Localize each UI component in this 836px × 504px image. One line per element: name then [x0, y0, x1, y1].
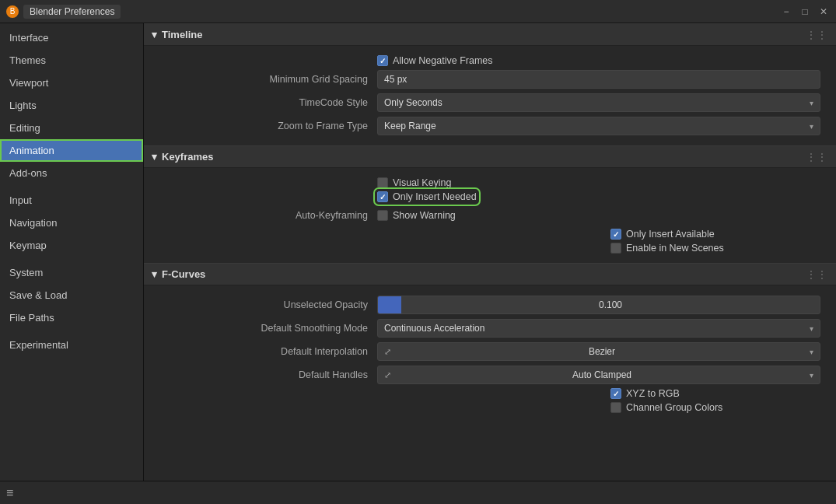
xyz-to-rgb-label: XYZ to RGB — [626, 388, 680, 399]
window-title: Blender Preferences — [23, 5, 121, 19]
timeline-section-title-group: ▾ Timeline — [152, 29, 203, 40]
unselected-opacity-row: Unselected Opacity 0.100 — [159, 295, 820, 315]
sidebar-item-system[interactable]: System — [0, 261, 143, 284]
sidebar-item-editing[interactable]: Editing — [0, 117, 143, 139]
default-handles-dropdown[interactable]: ⤢ Auto Clamped ▾ — [377, 366, 820, 384]
handles-icon: ⤢ — [384, 370, 391, 380]
show-warning-wrapper[interactable]: Show Warning — [377, 210, 820, 221]
sidebar-item-viewport[interactable]: Viewport — [0, 72, 143, 94]
sidebar-item-navigation[interactable]: Navigation — [0, 212, 143, 234]
sidebar-item-experimental[interactable]: Experimental — [0, 334, 143, 356]
timecode-style-value: Only Seconds — [384, 97, 442, 108]
minimum-grid-spacing-label: Minimum Grid Spacing — [159, 74, 377, 85]
fcurves-section-title-group: ▾ F-Curves — [152, 268, 205, 280]
default-smoothing-mode-dropdown[interactable]: Continuous Acceleration ▾ — [377, 319, 820, 338]
visual-keying-row: Visual Keying — [159, 177, 820, 188]
fcurves-section-dots: ⋮⋮ — [806, 269, 828, 280]
timeline-section-content: Allow Negative Frames Minimum Grid Spaci… — [144, 46, 836, 145]
default-smoothing-mode-control: Continuous Acceleration ▾ — [377, 319, 820, 338]
channel-group-colors-row: Channel Group Colors — [159, 402, 820, 413]
fcurves-section-content: Unselected Opacity 0.100 Default Smoothi… — [144, 285, 836, 422]
sidebar-item-lights[interactable]: Lights — [0, 94, 143, 117]
enable-in-new-scenes-row: Enable in New Scenes — [159, 243, 820, 254]
close-button[interactable]: ✕ — [817, 5, 830, 18]
fcurves-section-header[interactable]: ▾ F-Curves ⋮⋮ — [144, 263, 836, 285]
show-warning-label: Show Warning — [393, 210, 456, 221]
xyz-to-rgb-wrapper[interactable]: XYZ to RGB — [610, 388, 680, 399]
timeline-section: ▾ Timeline ⋮⋮ Allow Negative Frames Mini… — [144, 23, 836, 145]
sidebar-item-interface[interactable]: Interface — [0, 26, 143, 49]
default-smoothing-mode-label: Default Smoothing Mode — [159, 323, 377, 334]
keyframes-section-title: Keyframes — [162, 151, 214, 163]
sidebar-item-file-paths[interactable]: File Paths — [0, 306, 143, 329]
visual-keying-label: Visual Keying — [393, 177, 452, 188]
zoom-to-frame-type-dropdown[interactable]: Keep Range ▾ — [377, 117, 820, 135]
allow-negative-frames-row: Allow Negative Frames — [159, 55, 820, 66]
xyz-to-rgb-row: XYZ to RGB — [159, 388, 820, 399]
only-insert-available-checkbox[interactable] — [610, 229, 621, 240]
hamburger-menu-icon[interactable]: ≡ — [6, 486, 13, 500]
minimize-button[interactable]: − — [780, 5, 792, 18]
keyframes-collapse-arrow: ▾ — [152, 151, 157, 163]
only-insert-needed-checkbox[interactable] — [377, 191, 388, 202]
only-insert-available-label: Only Insert Available — [626, 229, 715, 240]
allow-negative-frames-checkbox[interactable] — [377, 55, 388, 66]
default-handles-control: ⤢ Auto Clamped ▾ — [377, 366, 820, 384]
maximize-button[interactable]: □ — [799, 5, 811, 18]
sidebar-item-save-load[interactable]: Save & Load — [0, 284, 143, 306]
zoom-to-frame-type-label: Zoom to Frame Type — [159, 121, 377, 131]
timeline-section-title: Timeline — [162, 29, 203, 40]
only-insert-needed-wrapper[interactable]: Only Insert Needed — [377, 191, 477, 202]
zoom-to-frame-type-control: Keep Range ▾ — [377, 117, 820, 135]
only-insert-needed-label: Only Insert Needed — [393, 191, 477, 202]
timecode-style-dropdown[interactable]: Only Seconds ▾ — [377, 93, 820, 112]
sidebar-item-themes[interactable]: Themes — [0, 49, 143, 72]
auto-keyframing-control: Show Warning — [377, 210, 820, 221]
bottom-bar: ≡ — [0, 481, 836, 504]
default-smoothing-mode-row: Default Smoothing Mode Continuous Accele… — [159, 318, 820, 338]
default-handles-row: Default Handles ⤢ Auto Clamped ▾ — [159, 365, 820, 385]
blender-icon: B — [6, 5, 19, 18]
channel-group-colors-checkbox[interactable] — [610, 402, 621, 413]
timeline-section-header[interactable]: ▾ Timeline ⋮⋮ — [144, 23, 836, 46]
window-controls[interactable]: − □ ✕ — [780, 5, 830, 18]
visual-keying-checkbox[interactable] — [377, 177, 388, 188]
default-interpolation-control: ⤢ Bezier ▾ — [377, 342, 820, 361]
auto-keyframing-label: Auto-Keyframing — [159, 210, 377, 221]
fcurves-section: ▾ F-Curves ⋮⋮ Unselected Opacity 0.100 — [144, 263, 836, 422]
bezier-icon: ⤢ — [384, 347, 391, 357]
allow-negative-frames-wrapper[interactable]: Allow Negative Frames — [377, 55, 493, 66]
default-interpolation-dropdown[interactable]: ⤢ Bezier ▾ — [377, 342, 820, 361]
visual-keying-wrapper[interactable]: Visual Keying — [377, 177, 452, 188]
unselected-opacity-swatch — [378, 296, 401, 313]
minimum-grid-spacing-row: Minimum Grid Spacing 45 px — [159, 69, 820, 89]
default-handles-arrow: ▾ — [810, 371, 813, 380]
allow-negative-frames-label: Allow Negative Frames — [393, 55, 493, 66]
default-interpolation-row: Default Interpolation ⤢ Bezier ▾ — [159, 341, 820, 362]
only-insert-available-wrapper[interactable]: Only Insert Available — [610, 229, 715, 240]
keyframes-section-header[interactable]: ▾ Keyframes ⋮⋮ — [144, 145, 836, 168]
sidebar-item-addons[interactable]: Add-ons — [0, 162, 143, 184]
minimum-grid-spacing-control: 45 px — [377, 70, 820, 89]
keyframes-section-dots: ⋮⋮ — [806, 152, 828, 163]
unselected-opacity-input[interactable]: 0.100 — [377, 296, 820, 314]
channel-group-colors-label: Channel Group Colors — [626, 402, 722, 413]
enable-in-new-scenes-checkbox[interactable] — [610, 243, 621, 254]
xyz-to-rgb-checkbox[interactable] — [610, 388, 621, 399]
only-insert-available-row: Only Insert Available — [159, 229, 820, 240]
default-smoothing-mode-value: Continuous Acceleration — [384, 323, 484, 334]
default-interpolation-label: Default Interpolation — [159, 346, 377, 357]
minimum-grid-spacing-input[interactable]: 45 px — [377, 70, 820, 89]
sidebar-item-input[interactable]: Input — [0, 189, 143, 212]
sidebar-item-animation[interactable]: Animation — [0, 139, 143, 162]
enable-in-new-scenes-wrapper[interactable]: Enable in New Scenes — [610, 243, 724, 254]
content-area: ▾ Timeline ⋮⋮ Allow Negative Frames Mini… — [144, 23, 836, 481]
keyframes-section-content: Visual Keying Only Insert Needed Auto-Ke… — [144, 168, 836, 263]
sidebar-item-keymap[interactable]: Keymap — [0, 234, 143, 257]
channel-group-colors-wrapper[interactable]: Channel Group Colors — [610, 402, 722, 413]
show-warning-checkbox[interactable] — [377, 210, 388, 221]
timeline-section-dots: ⋮⋮ — [806, 30, 828, 40]
title-bar-left: B Blender Preferences — [6, 5, 121, 19]
unselected-opacity-value: 0.100 — [401, 299, 820, 310]
default-smoothing-mode-arrow: ▾ — [810, 324, 813, 333]
